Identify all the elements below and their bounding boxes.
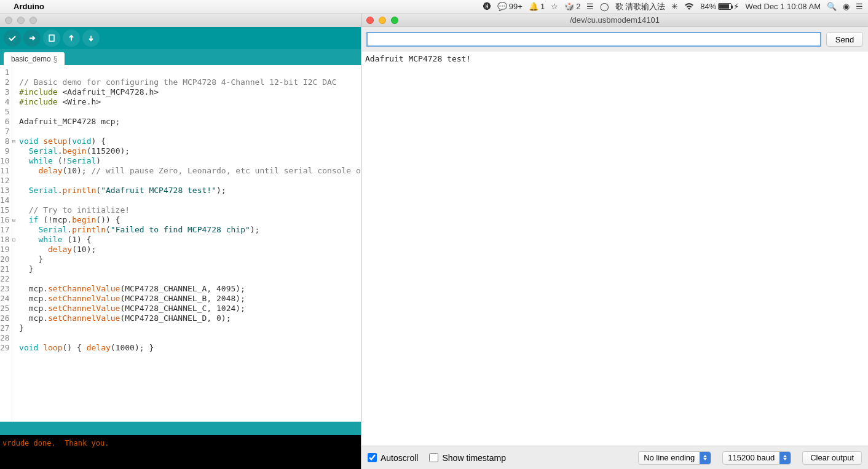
circle-icon[interactable]: ◯: [600, 2, 609, 11]
star-icon[interactable]: ☆: [551, 2, 558, 11]
menubar-app-icon[interactable]: 🅦: [483, 2, 491, 11]
ide-tab-bar: basic_demo §: [0, 49, 361, 65]
ime-icon[interactable]: 歌 清歌输入法: [615, 1, 665, 12]
clock[interactable]: Wed Dec 1 10:08 AM: [745, 2, 821, 11]
upload-button[interactable]: [23, 30, 41, 47]
drives-icon[interactable]: ☰: [586, 2, 594, 11]
tab-modified-icon: §: [53, 55, 58, 63]
ide-toolbar: [0, 27, 361, 49]
wifi-icon[interactable]: [684, 3, 694, 10]
chevron-updown-icon: [779, 452, 791, 464]
serial-bottom-bar: Autoscroll Show timestamp No line ending…: [361, 446, 868, 469]
siri-icon[interactable]: ◉: [843, 2, 850, 11]
battery-indicator[interactable]: 84% ⚡︎: [700, 2, 739, 11]
verify-button[interactable]: [4, 30, 21, 47]
mac-menubar: Arduino 🅦 💬 99+ 🔔1 ☆ 🎲2 ☰ ◯ 歌 清歌输入法 ✳︎ 8…: [0, 0, 868, 14]
app-name[interactable]: Arduino: [14, 2, 44, 11]
spotlight-icon[interactable]: 🔍: [827, 2, 837, 11]
serial-minimize-icon[interactable]: [379, 17, 386, 24]
line-ending-select[interactable]: No line ending: [638, 451, 711, 465]
serial-close-icon[interactable]: [366, 17, 374, 24]
serial-input-row: Send: [361, 27, 868, 52]
code-area[interactable]: // Basic demo for configuring the MCP472…: [15, 65, 361, 422]
ide-zoom-icon[interactable]: [30, 17, 37, 24]
ide-console[interactable]: vrdude done. Thank you.: [0, 435, 361, 469]
baud-select[interactable]: 115200 baud: [722, 451, 791, 465]
send-button[interactable]: Send: [826, 32, 863, 47]
notification-center-icon[interactable]: ☰: [856, 2, 863, 11]
tab-basic-demo[interactable]: basic_demo §: [4, 52, 65, 65]
svg-rect-0: [49, 35, 54, 41]
serial-titlebar[interactable]: /dev/cu.usbmodem14101: [361, 14, 868, 27]
arduino-ide-window: basic_demo § 123456789101112131415161718…: [0, 14, 361, 469]
bell-icon[interactable]: 🔔1: [529, 2, 545, 11]
ide-minimize-icon[interactable]: [17, 17, 25, 24]
ide-close-icon[interactable]: [5, 17, 12, 24]
chevron-updown-icon: [700, 452, 711, 464]
serial-input[interactable]: [366, 32, 821, 47]
serial-zoom-icon[interactable]: [391, 17, 398, 24]
ide-status-bar: [0, 422, 361, 435]
serial-output[interactable]: Adafruit MCP4728 test!: [361, 52, 868, 446]
serial-monitor-window: /dev/cu.usbmodem14101 Send Adafruit MCP4…: [361, 14, 868, 469]
show-timestamp-checkbox[interactable]: Show timestamp: [429, 453, 505, 463]
line-number-gutter: 1234567891011121314151617181920212223242…: [0, 65, 12, 422]
dice-icon[interactable]: 🎲2: [564, 2, 580, 11]
new-button[interactable]: [43, 30, 60, 47]
clear-output-button[interactable]: Clear output: [802, 451, 862, 465]
ide-titlebar[interactable]: [0, 14, 361, 27]
tab-label: basic_demo: [11, 55, 51, 63]
code-editor[interactable]: 1234567891011121314151617181920212223242…: [0, 65, 361, 422]
sync-icon[interactable]: ✳︎: [671, 2, 678, 11]
open-button[interactable]: [63, 30, 80, 47]
serial-title: /dev/cu.usbmodem14101: [570, 15, 660, 25]
wechat-icon[interactable]: 💬 99+: [497, 2, 523, 11]
autoscroll-checkbox[interactable]: Autoscroll: [368, 453, 418, 463]
save-button[interactable]: [82, 30, 100, 47]
